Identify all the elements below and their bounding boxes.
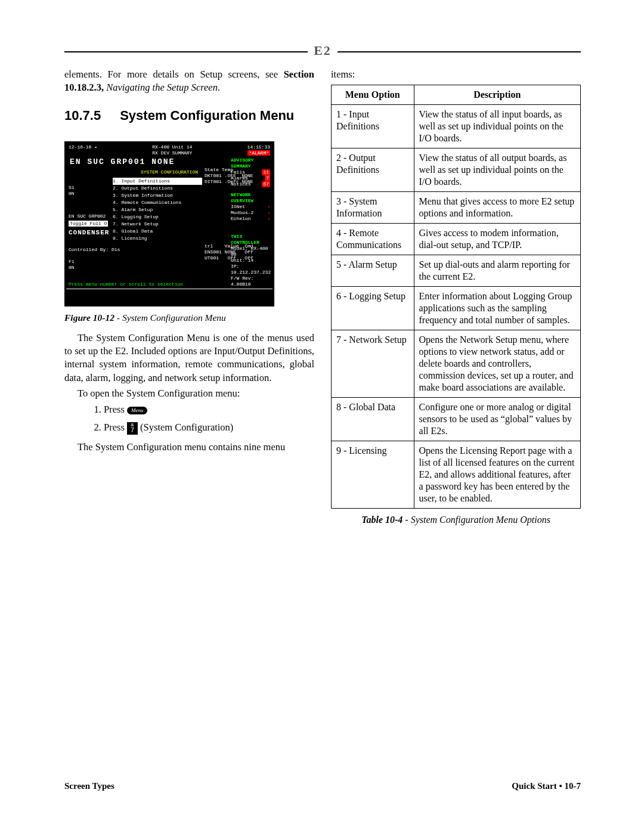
desc-cell: Enter information about Logging Group ap… — [414, 287, 580, 330]
key-bot: 7 — [131, 427, 134, 433]
opt-cell: 1 - Input Definitions — [332, 105, 414, 148]
col2-lead: items: — [331, 68, 581, 81]
table-caption: Table 10-4 - System Configuration Menu O… — [331, 515, 581, 525]
ss-ctrl3: IP: 10.212.237.232 — [231, 264, 270, 275]
ss-title: RX-400 Unit 14 — [152, 144, 192, 150]
ss-s1: S1 — [69, 185, 120, 191]
ss-f1: F1 — [69, 259, 120, 265]
table-row: 4 - Remote CommunicationsGives access to… — [332, 224, 581, 255]
section-heading: 10.7.5System Configuration Menu — [64, 108, 314, 123]
ss-date: 12-16-10 • — [69, 144, 97, 156]
ss-adv3v: 67 — [262, 181, 270, 187]
opt-cell: 8 - Global Data — [332, 398, 414, 441]
table-row: 2 - Output DefinitionsView the status of… — [332, 148, 581, 192]
ss-subtitle: RX DEV SUMMARY — [152, 150, 192, 156]
step2-pre: Press — [104, 422, 127, 433]
opt-cell: 6 - Logging Setup — [332, 287, 414, 330]
opt-cell: 3 - System Information — [332, 192, 414, 224]
opt-cell: 4 - Remote Communications — [332, 224, 414, 255]
footer-left: Screen Types — [64, 781, 114, 791]
figure-title: - System Configuration Menu — [114, 312, 226, 323]
heading-number: 10.7.5 — [64, 108, 101, 123]
desc-cell: View the status of all output boards, as… — [414, 148, 580, 192]
ss-menu-item: 3. System Information — [113, 192, 202, 199]
config-menu-screenshot: 12-16-10 • RX-400 Unit 14 RX DEV SUMMARY… — [64, 141, 274, 306]
table-row: 5 - Alarm SetupSet up dial-outs and alar… — [332, 255, 581, 287]
step-2: Press &7 (System Configuration) — [104, 422, 314, 435]
table-title: - System Configuration Menu Options — [402, 515, 550, 525]
opt-cell: 9 - Licensing — [332, 441, 414, 509]
intro-text: elements. For more details on Setup scre… — [64, 69, 284, 80]
ss-toggle-btn: Toggle Full O — [69, 221, 108, 227]
ss-menu-item: 1. Input Definitions — [113, 178, 202, 185]
body-paragraph-1: The System Configuration Menu is one of … — [64, 332, 314, 385]
step-1: Press Menu — [104, 404, 314, 416]
table-header-description: Description — [414, 85, 580, 105]
ss-menu-list: 1. Input Definitions 2. Output Definitio… — [113, 178, 202, 242]
table-row: 1 - Input DefinitionsView the status of … — [332, 105, 581, 148]
ss-net2: Modbus-2 — [231, 210, 253, 215]
crossref-title: Navigating the Setup Screen — [104, 82, 218, 93]
body-paragraph-2: The System Configuration menu contains n… — [64, 441, 314, 454]
ss-menu-item: 6. Logging Setup — [113, 213, 202, 221]
ss-0n: 0N — [69, 191, 120, 197]
footer-right: Quick Start • 10-7 — [512, 781, 581, 791]
desc-cell: Opens the Network Setup menu, where opti… — [414, 330, 580, 398]
ss-menu-item: 7. Network Setup — [113, 221, 202, 228]
table-label: Table 10-4 — [361, 515, 402, 525]
ss-net3: Echelon — [231, 216, 251, 221]
table-row: 3 - System InformationMenu that gives ac… — [332, 192, 581, 224]
ss-state-block: State Temp DKT001 .OFF NONE DIT001 .Defr… — [205, 167, 253, 185]
menu-key-icon: Menu — [127, 407, 148, 414]
desc-cell: Gives access to modem information, dial-… — [414, 224, 580, 255]
desc-cell: Menu that gives access to more E2 setup … — [414, 192, 580, 224]
ss-adv2v: 7 — [265, 175, 270, 181]
table-row: 9 - LicensingOpens the Licensing Report … — [332, 441, 581, 509]
ss-condenser: CONDENSER — [69, 229, 120, 237]
desc-cell: Set up dial-outs and alarm reporting for… — [414, 255, 580, 287]
ss-grp2: EN SUC GRP002 — [69, 213, 120, 219]
figure-label: Figure 10-12 — [64, 312, 114, 323]
open-instruction: To open the System Configuration menu: — [64, 387, 314, 400]
opt-cell: 5 - Alarm Setup — [332, 255, 414, 287]
ss-menu-item: 4. Remote Communications — [113, 199, 202, 206]
figure-caption: Figure 10-12 - System Configuration Menu — [64, 312, 314, 323]
ss-0n2: 0N — [69, 265, 120, 271]
ss-adv1v: 11 — [262, 169, 270, 175]
ss-menu-item: 5. Alarm Setup — [113, 206, 202, 213]
footer-page: 10-7 — [565, 781, 581, 791]
opt-cell: 2 - Output Definitions — [332, 148, 414, 192]
desc-cell: Configure one or more analog or digital … — [414, 398, 580, 441]
step1-pre: Press — [104, 404, 127, 415]
desc-cell: Opens the Licensing Report page with a l… — [414, 441, 580, 509]
ss-menu-item: 9. Licensing — [113, 235, 202, 242]
footer-right-text: Quick Start • — [512, 781, 564, 791]
heading-title: System Configuration Menu — [120, 108, 294, 123]
table-row: 8 - Global DataConfigure one or more ana… — [332, 398, 581, 441]
ss-net1: IONet — [231, 204, 245, 209]
desc-cell: View the status of all input boards, as … — [414, 105, 580, 148]
ss-trl-block: trl Value Cmd ENS001 NONE Off UT001 Off … — [205, 243, 253, 261]
amp7-key-icon: &7 — [127, 422, 138, 435]
ss-ctrl4: F/W Rev: 4.00B19 — [231, 275, 270, 287]
step-list: Press Menu Press &7 (System Configuratio… — [80, 404, 314, 435]
ss-ctrl-by: Controlled By: Dis — [69, 247, 120, 253]
ss-alarm: *ALARM* — [247, 150, 270, 156]
opt-cell: 7 - Network Setup — [332, 330, 414, 398]
intro-paragraph: elements. For more details on Setup scre… — [64, 68, 314, 95]
table-row: 7 - Network SetupOpens the Network Setup… — [332, 330, 581, 398]
ss-menu-item: 8. Global Data — [113, 228, 202, 235]
ss-menu-item: 2. Output Definitions — [113, 185, 202, 192]
page-logo: E2 — [308, 43, 338, 58]
ss-net-hdr: NETWORK OVERVIEW — [231, 192, 270, 204]
step2-post: (System Configuration) — [138, 422, 233, 433]
crossref-end: . — [218, 82, 220, 93]
menu-options-table: Menu Option Description 1 - Input Defini… — [331, 85, 581, 509]
ss-time: 14:15:33 — [247, 144, 270, 150]
table-row: 6 - Logging SetupEnter information about… — [332, 287, 581, 330]
table-header-option: Menu Option — [332, 85, 414, 105]
